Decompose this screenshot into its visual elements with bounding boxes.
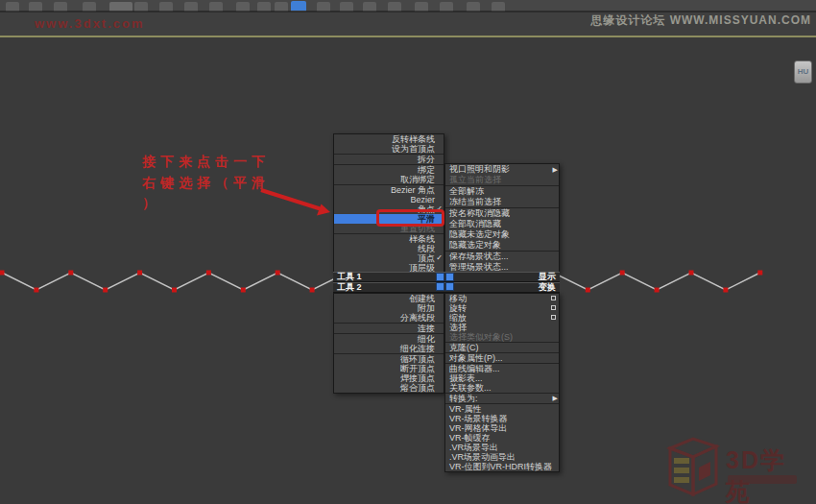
menu-item[interactable]: 绑定 [334, 165, 444, 175]
spline-vertex[interactable] [586, 288, 590, 293]
toolbar-icon[interactable] [29, 2, 42, 12]
menu-item[interactable]: 拆分 [334, 155, 444, 164]
quad-menu-tools2[interactable]: 反转样条线设为首顶点拆分绑定取消绑定Bezier 角点Bezier角点✓平滑重置… [333, 133, 444, 274]
menu-item[interactable]: 附加 [334, 303, 444, 313]
settings-box-icon[interactable] [551, 305, 556, 310]
menu-item[interactable]: 旋转 [445, 303, 559, 313]
menu-item[interactable]: 焊接顶点 [334, 373, 444, 383]
menu-item[interactable]: 细化 [334, 334, 444, 344]
toolbar-icon[interactable] [257, 2, 271, 12]
menu-item[interactable]: 克隆(C) [445, 343, 559, 352]
spline-vertex[interactable] [0, 271, 5, 276]
quad-menu-display[interactable]: 视口照明和阴影▶孤立当前选择全部解冻冻结当前选择按名称取消隐藏全部取消隐藏隐藏未… [444, 163, 560, 274]
menu-item[interactable]: 视口照明和阴影▶ [445, 164, 559, 175]
spline-vertex[interactable] [723, 288, 728, 293]
toolbar-icon[interactable] [83, 2, 96, 12]
menu-item[interactable]: 曲线编辑器... [445, 364, 559, 373]
menu-item[interactable]: 冻结当前选择 [445, 197, 559, 207]
toolbar-icon[interactable] [184, 2, 198, 12]
spline-vertex[interactable] [689, 271, 694, 276]
menu-item[interactable]: 摄影表... [445, 373, 559, 383]
quad-header-transform[interactable]: 变换 [444, 282, 560, 293]
menu-item[interactable]: 全部解冻 [445, 186, 559, 197]
menu-item[interactable]: Bezier 角点 [334, 185, 444, 195]
viewport[interactable]: www.3dxt.com 思缘设计论坛 WWW.MISSYUAN.COM HU … [0, 0, 816, 504]
settings-box-icon[interactable] [551, 315, 556, 320]
quad-header-tools1[interactable]: 工具 1 [333, 272, 444, 282]
spline-vertex[interactable] [103, 288, 108, 293]
menu-item-label: 细化连接 [400, 344, 435, 353]
settings-box-icon[interactable] [551, 296, 556, 300]
menu-item[interactable]: VR-场景转换器 [445, 414, 559, 423]
hu-helper-button[interactable]: HU [794, 60, 812, 84]
toolbar-icon[interactable] [363, 2, 376, 12]
quad-headers-left: 工具 1 工具 2 [333, 272, 444, 293]
toolbar-icon[interactable] [109, 2, 132, 12]
menu-item[interactable]: 缩放 [445, 313, 559, 323]
menu-item[interactable]: 断开顶点 [334, 364, 444, 373]
toolbar-icon[interactable] [340, 2, 353, 12]
menu-item[interactable]: VR-帧缓存 [445, 433, 559, 443]
toolbar-icon[interactable] [440, 2, 453, 12]
menu-item[interactable]: 熔合顶点 [334, 383, 444, 393]
toolbar-icon[interactable] [209, 2, 223, 12]
menu-item-label: 断开顶点 [400, 364, 435, 373]
toolbar-icon-active[interactable] [291, 1, 306, 12]
menu-item[interactable]: 样条线 [334, 234, 444, 244]
quad-header-tools2[interactable]: 工具 2 [333, 282, 444, 293]
spline-vertex[interactable] [137, 271, 142, 276]
menu-item[interactable]: 顶点✓ [334, 253, 444, 263]
menu-item[interactable]: 移动 [445, 294, 559, 303]
menu-item[interactable]: 全部取消隐藏 [445, 219, 559, 229]
menu-item[interactable]: 选择 [445, 323, 559, 332]
spline-vertex[interactable] [310, 288, 315, 293]
toolbar-icon[interactable] [134, 2, 148, 12]
menu-item[interactable]: 隐藏选定对象 [445, 240, 559, 251]
menu-item[interactable]: VR-网格体导出 [445, 423, 559, 433]
menu-item-label: 全部取消隐藏 [449, 219, 501, 228]
menu-item[interactable]: .VR场景导出 [445, 443, 559, 452]
menu-item: 孤立当前选择 [445, 175, 559, 185]
menu-item[interactable]: 设为首顶点 [334, 144, 444, 154]
quad-header-display[interactable]: 显示 [444, 272, 560, 282]
spline-vertex[interactable] [276, 271, 280, 276]
menu-item[interactable]: .VR场景动画导出 [445, 452, 559, 462]
quad-menu-tools1[interactable]: 创建线附加分离线段连接细化细化连接循环顶点断开顶点焊接顶点熔合顶点 [333, 293, 444, 394]
spline-vertex[interactable] [655, 288, 660, 293]
toolbar-icon[interactable] [317, 2, 330, 12]
spline-vertex[interactable] [620, 271, 625, 276]
menu-item[interactable]: VR-位图到VR-HDRI转换器 [445, 462, 559, 471]
menu-item[interactable]: 分离线段 [334, 313, 444, 323]
toolbar-icon[interactable] [275, 2, 288, 12]
spline-vertex[interactable] [68, 271, 73, 276]
menu-item[interactable]: Bezier [334, 195, 444, 204]
spline-vertex[interactable] [757, 271, 762, 276]
spline-vertex[interactable] [241, 288, 246, 293]
spline-vertex[interactable] [34, 288, 38, 293]
menu-item[interactable]: 转换为:▶ [445, 394, 559, 403]
spline-vertex[interactable] [206, 271, 211, 276]
toolbar-icon[interactable] [415, 2, 428, 12]
menu-item[interactable]: 关联参数... [445, 383, 559, 393]
menu-item[interactable]: 隐藏未选定对象 [445, 229, 559, 240]
toolbar-icon[interactable] [54, 2, 67, 12]
menu-item[interactable]: 反转样条线 [334, 134, 444, 144]
menu-item[interactable]: 连接 [334, 324, 444, 333]
toolbar-icon[interactable] [467, 2, 480, 12]
spline-vertex[interactable] [172, 288, 177, 293]
menu-item[interactable]: 细化连接 [334, 344, 444, 353]
menu-item[interactable]: 按名称取消隐藏 [445, 208, 559, 219]
toolbar-icon[interactable] [388, 2, 401, 12]
menu-item[interactable]: VR-属性 [445, 404, 559, 414]
toolbar-icon[interactable] [492, 2, 505, 12]
menu-item[interactable]: 线段 [334, 244, 444, 253]
toolbar-icon[interactable] [236, 2, 250, 12]
menu-item[interactable]: 循环顶点 [334, 354, 444, 364]
menu-item[interactable]: 创建线 [334, 294, 444, 303]
menu-item[interactable]: 保存场景状态... [445, 252, 559, 262]
quad-menu-transform[interactable]: 移动旋转缩放选择选择类似对象(S)克隆(C)对象属性(P)...曲线编辑器...… [444, 293, 560, 472]
menu-item[interactable]: 取消绑定 [334, 175, 444, 184]
menu-item[interactable]: 对象属性(P)... [445, 353, 559, 363]
toolbar-icon[interactable] [6, 2, 19, 12]
toolbar-icon[interactable] [159, 2, 173, 12]
